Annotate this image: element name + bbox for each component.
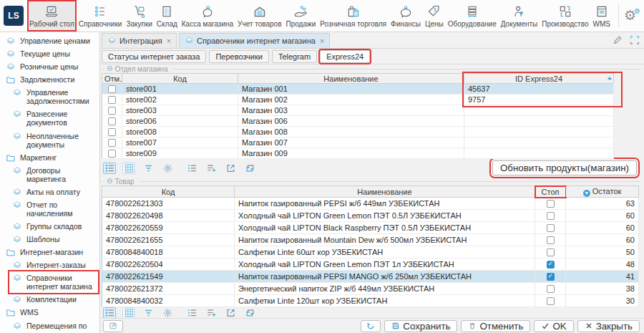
reload-table-icon[interactable]	[243, 307, 256, 319]
list-view-icon[interactable]	[103, 163, 116, 174]
store-row[interactable]: store002 Магазин 002 9757	[102, 95, 614, 105]
sidebar-item[interactable]: Текущие цены	[0, 47, 99, 60]
product-row[interactable]: 4780022620559 Холодный чай LIPTON Black …	[102, 222, 639, 234]
reload-table-icon[interactable]	[243, 163, 256, 174]
stop-checkbox[interactable]	[547, 261, 555, 269]
grid-view-icon[interactable]	[122, 307, 135, 319]
app-logo[interactable]: LS	[4, 6, 24, 26]
add-row-icon[interactable]	[205, 307, 218, 319]
store-col-name[interactable]: Наименование	[238, 74, 464, 84]
add-row-icon[interactable]	[205, 163, 218, 174]
store-col-code[interactable]: Код	[122, 74, 238, 84]
row-checkbox[interactable]	[108, 150, 116, 158]
footer-action-button[interactable]: OK	[534, 320, 573, 332]
row-checkbox[interactable]	[108, 139, 116, 147]
top-menu-item[interactable]: Касса магазина	[180, 0, 235, 32]
row-checkbox[interactable]	[108, 128, 116, 136]
top-menu-item[interactable]: WMS	[590, 0, 612, 32]
stop-checkbox[interactable]	[547, 212, 555, 220]
aggregate-icon[interactable]: ▾	[583, 190, 590, 197]
product-row[interactable]: 4780022621372 Энергетический напиток ZIP…	[102, 283, 639, 295]
sidebar-item[interactable]: Управление ценами	[0, 34, 99, 47]
store-row[interactable]: store008 Магазин 008	[102, 127, 614, 137]
collapse-icon[interactable]: ⊖	[107, 65, 112, 72]
open-editor-button[interactable]	[103, 320, 123, 332]
product-col-name[interactable]: Наименование	[235, 186, 535, 198]
subtab[interactable]: Telegram	[272, 50, 317, 63]
tab-close-icon[interactable]: ×	[167, 37, 171, 45]
edit-pencil-icon[interactable]	[613, 35, 623, 45]
list-view-icon[interactable]	[103, 307, 116, 319]
footer-action-button[interactable]: Отменить	[461, 320, 530, 332]
top-menu-item[interactable]: $ Цены	[423, 0, 446, 32]
document-tab[interactable]: Справочники интернет магазина ×	[179, 33, 330, 48]
sidebar-item[interactable]: Отчет по начислениям	[0, 198, 99, 220]
top-menu-item[interactable]: Рабочий стол	[27, 0, 77, 32]
sidebar-item[interactable]: Интернет-заказы	[0, 259, 99, 271]
product-row[interactable]: 4780084840032 Салфетки Linte 120шт кор У…	[102, 295, 639, 307]
export-icon[interactable]	[224, 307, 237, 319]
store-row[interactable]: store009 Магазин 009	[102, 148, 614, 159]
product-row[interactable]: 4780022621655 Напиток газированный Mount…	[102, 234, 639, 246]
stop-checkbox[interactable]	[547, 200, 555, 208]
update-products-button[interactable]: Обновить продукты(магазин)	[492, 160, 637, 175]
filter-icon[interactable]	[142, 307, 155, 319]
store-row[interactable]: store006 Магазин 006	[102, 116, 614, 127]
subtab[interactable]: Перевозчики	[209, 50, 268, 63]
top-menu-item[interactable]: Склад	[155, 0, 180, 32]
sidebar-item[interactable]: Разнесение документов	[0, 107, 99, 129]
top-menu-item[interactable]: Финансы	[389, 0, 423, 32]
stop-checkbox[interactable]	[547, 236, 555, 244]
store-row[interactable]: store007 Магазин 007	[102, 137, 614, 148]
store-row[interactable]: store001 Магазин 001 45637	[102, 84, 614, 95]
product-row[interactable]: 4780084840018 Салфетки Linte 60шт кор УЗ…	[102, 246, 639, 259]
product-col-stop[interactable]: Стоп	[535, 186, 566, 198]
sidebar-item[interactable]: Справочники интернет магазина	[9, 271, 98, 293]
product-row[interactable]: 4780022621303 Напиток газированный PEPSI…	[102, 198, 639, 210]
row-checkbox[interactable]	[108, 96, 116, 104]
footer-action-button[interactable]: Закрыть	[577, 320, 640, 332]
sidebar-item[interactable]: Интернет-магазин	[0, 246, 99, 259]
sidebar-item[interactable]: Розничные цены	[0, 60, 99, 73]
sidebar-item[interactable]: Маркетинг	[0, 151, 99, 164]
row-checkbox[interactable]	[108, 117, 116, 125]
fullscreen-icon[interactable]	[630, 35, 640, 45]
table-settings-gear-icon[interactable]	[161, 307, 174, 319]
store-row[interactable]: store003 Магазин 003	[102, 105, 614, 116]
export-icon[interactable]	[224, 163, 237, 174]
product-row[interactable]: 4780022621549 Напиток газированный PEPSI…	[102, 271, 639, 283]
sidebar-item[interactable]: Задолженности	[0, 73, 99, 86]
table-settings-gear-icon[interactable]	[161, 163, 174, 174]
rows-list-icon[interactable]	[185, 307, 198, 319]
top-menu-item[interactable]: Справочники	[77, 0, 125, 32]
sidebar-item[interactable]: Перемещения по заказам	[0, 319, 99, 333]
refresh-button[interactable]	[361, 320, 381, 332]
tab-close-icon[interactable]: ×	[320, 37, 324, 45]
row-checkbox[interactable]	[108, 85, 116, 93]
top-menu-item[interactable]: Розничная торговля	[318, 0, 389, 32]
subtab[interactable]: Статусы интернет заказа	[102, 50, 206, 63]
settings-gear-icon[interactable]: ⚙⚙	[623, 9, 642, 24]
sidebar-item[interactable]: WMS	[0, 306, 99, 319]
sidebar-item[interactable]: Акты на оплату	[0, 185, 99, 198]
stop-checkbox[interactable]	[547, 297, 555, 305]
sidebar-item[interactable]: Шаблоны	[0, 233, 99, 246]
grid-view-icon[interactable]	[122, 163, 135, 174]
stop-checkbox[interactable]	[547, 273, 555, 281]
sidebar-item[interactable]: Комплектации	[0, 293, 99, 306]
collapse-icon[interactable]: ⊖	[107, 178, 112, 185]
top-menu-item[interactable]: Документы	[499, 0, 540, 32]
product-col-code[interactable]: Код	[102, 186, 235, 198]
sidebar-item[interactable]: Договоры маркетинга	[0, 164, 99, 185]
product-row[interactable]: 4780022620504 Холодный чай LIPTON Green …	[102, 259, 639, 271]
sidebar-item[interactable]: Управление задолженностями	[0, 86, 99, 107]
document-tab[interactable]: Интеграция ×	[102, 33, 177, 48]
top-menu-item[interactable]: Производство	[540, 0, 590, 32]
stop-checkbox[interactable]	[547, 285, 555, 293]
top-menu-item[interactable]: Продажи	[283, 0, 318, 32]
top-menu-item[interactable]: Закупки	[124, 0, 154, 32]
stop-checkbox[interactable]	[547, 248, 555, 256]
filter-icon[interactable]	[142, 163, 155, 174]
subtab[interactable]: Express24	[320, 50, 370, 63]
row-checkbox[interactable]	[108, 107, 116, 115]
